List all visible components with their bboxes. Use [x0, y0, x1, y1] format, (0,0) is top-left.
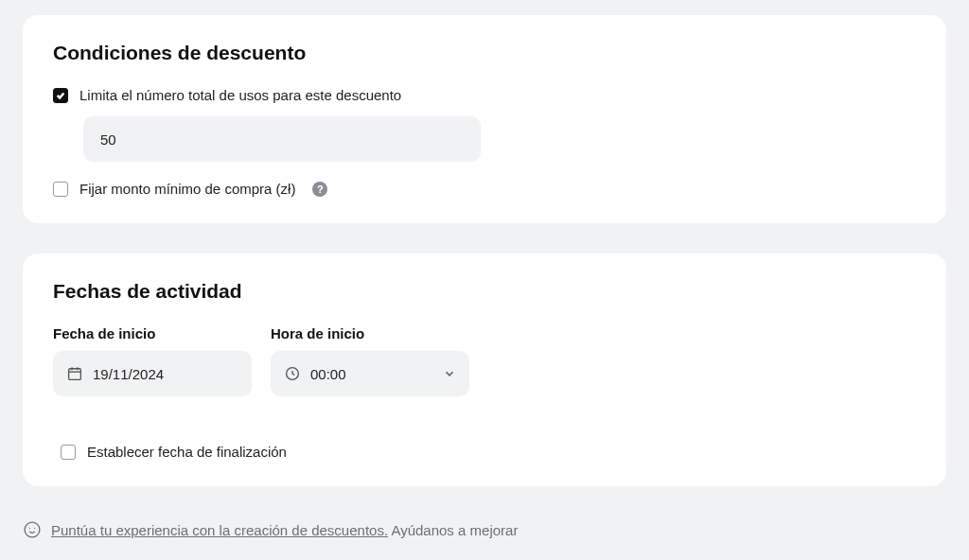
dates-title: Fechas de actividad	[53, 280, 916, 303]
min-amount-label: Fijar monto mínimo de compra (zł)	[79, 181, 295, 197]
discount-conditions-card: Condiciones de descuento Limita el númer…	[23, 15, 946, 223]
end-date-row: Establecer fecha de finalización	[53, 444, 916, 460]
start-date-label: Fecha de inicio	[53, 325, 252, 341]
activity-dates-card: Fechas de actividad Fecha de inicio 19/1…	[23, 254, 946, 486]
svg-rect-0	[69, 369, 81, 380]
chevron-down-icon	[443, 367, 456, 380]
end-date-checkbox[interactable]	[61, 445, 76, 460]
start-time-label: Hora de inicio	[271, 325, 469, 341]
svg-point-2	[25, 522, 40, 537]
svg-point-3	[29, 528, 30, 529]
limit-uses-input[interactable]	[83, 116, 481, 162]
calendar-icon	[66, 365, 83, 382]
clock-icon	[284, 365, 301, 382]
limit-uses-row: Limita el número total de usos para este…	[53, 87, 916, 103]
help-icon[interactable]: ?	[312, 182, 327, 197]
limit-uses-checkbox[interactable]	[53, 88, 68, 103]
min-amount-row: Fijar monto mínimo de compra (zł) ?	[53, 181, 916, 197]
fields-row: Fecha de inicio 19/11/2024 Hora de inici…	[53, 325, 916, 396]
min-amount-checkbox[interactable]	[53, 182, 68, 197]
start-time-picker[interactable]: 00:00	[271, 351, 469, 396]
feedback-text: Puntúa tu experiencia con la creación de…	[51, 522, 518, 538]
start-date-group: Fecha de inicio 19/11/2024	[53, 325, 252, 396]
limit-uses-input-wrap	[53, 116, 916, 162]
feedback-suffix: Ayúdanos a mejorar	[388, 522, 518, 538]
svg-point-4	[34, 528, 35, 529]
smiley-icon	[23, 520, 42, 539]
start-time-group: Hora de inicio 00:00	[271, 325, 469, 396]
start-date-picker[interactable]: 19/11/2024	[53, 351, 252, 396]
conditions-title: Condiciones de descuento	[53, 42, 916, 64]
end-date-label: Establecer fecha de finalización	[87, 444, 287, 460]
start-time-value: 00:00	[310, 366, 433, 382]
feedback-link[interactable]: Puntúa tu experiencia con la creación de…	[51, 522, 388, 538]
check-icon	[56, 91, 65, 100]
limit-uses-label: Limita el número total de usos para este…	[79, 87, 401, 103]
feedback-row: Puntúa tu experiencia con la creación de…	[23, 516, 946, 539]
start-date-value: 19/11/2024	[93, 366, 238, 382]
